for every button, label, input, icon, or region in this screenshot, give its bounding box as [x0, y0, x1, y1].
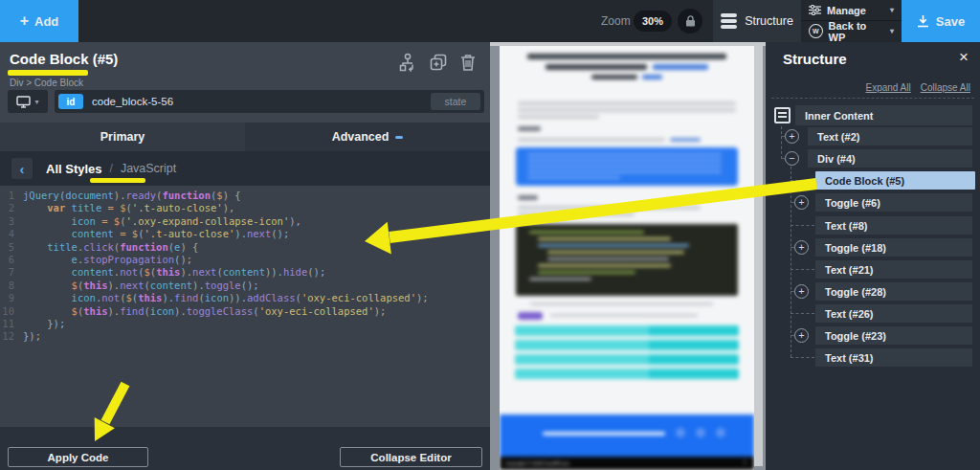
manage-label: Manage [827, 5, 866, 16]
preview-paragraph-line [518, 213, 635, 216]
preview-paragraph-line [518, 101, 737, 105]
back-button[interactable]: ‹ [11, 158, 33, 179]
code-line[interactable]: 9 icon.not($(this).find(icon)).addClass(… [0, 292, 490, 304]
tab-primary[interactable]: Primary [0, 123, 245, 151]
breadcrumb[interactable]: Div > Code Block [10, 78, 83, 88]
chevron-down-icon: ▾ [34, 98, 38, 106]
chevron-down-icon: ▾ [890, 6, 894, 14]
lock-icon [685, 15, 696, 27]
tree-guide [791, 225, 814, 226]
code-text: }); [23, 318, 65, 330]
zoom-value[interactable]: 30% [634, 11, 672, 32]
expand-icon[interactable]: + [794, 284, 809, 299]
manage-icon [809, 5, 821, 15]
trash-icon[interactable] [459, 53, 477, 72]
collapse-editor-button[interactable]: Collapse Editor [340, 447, 482, 467]
preview-scrollbar-vertical[interactable] [754, 46, 763, 466]
plus-icon: + [20, 13, 29, 29]
monitor-icon [16, 96, 31, 108]
chevron-down-icon: ▾ [890, 27, 894, 35]
back-to-wp-button[interactable]: W Back to WP ▾ [801, 20, 902, 41]
code-line[interactable]: 2 var title = $('.t-auto-close'), [0, 202, 490, 214]
preview-note-badge [518, 312, 544, 320]
add-button[interactable]: + Add [0, 0, 78, 42]
wordpress-icon: W [809, 24, 823, 38]
code-line[interactable]: 11 }); [0, 318, 490, 330]
element-title: Code Block (#5) [10, 51, 118, 67]
inner-content-icon [774, 107, 791, 123]
structure-item-text-21[interactable]: Text (#21) [815, 260, 972, 279]
preview-copyright-text: Copyright © 2018 OxyWP.com [505, 460, 570, 466]
code-line[interactable]: 7 content.not($(this).next(content)).hid… [0, 266, 490, 279]
element-editor-panel: Code Block (#5) Div > Code Block [0, 42, 490, 470]
state-button[interactable]: state [431, 93, 480, 110]
code-line[interactable]: 5 title.click(function(e) { [0, 241, 490, 254]
save-button-label: Save [936, 14, 965, 29]
manage-button[interactable]: Manage ▾ [801, 0, 902, 20]
code-text: $(this).next(content).toggle(); [23, 280, 259, 292]
code-line[interactable]: 4 content = $('.t-auto-close').next(); [0, 228, 490, 240]
code-line[interactable]: 1jQuery(document).ready(function($) { [0, 190, 490, 202]
nesting-icon[interactable] [398, 53, 417, 72]
scroll-to-top-icon[interactable]: ↑ [743, 459, 746, 467]
id-value[interactable]: code_block-5-56 [92, 96, 431, 107]
lock-button[interactable] [678, 9, 702, 34]
page-preview[interactable]: Copyright © 2018 OxyWP.com ↑ [490, 42, 766, 470]
code-line[interactable]: 12}); [0, 330, 490, 343]
expand-icon[interactable]: + [794, 195, 809, 210]
code-line[interactable]: 6 e.stopPropagation(); [0, 254, 490, 266]
structure-toolbar-button[interactable]: Structure [713, 0, 801, 42]
structure-item-div-4[interactable]: Div (#4) [808, 149, 972, 168]
code-line[interactable]: 8 $(this).next(content).toggle(); [0, 280, 490, 292]
structure-item-text-26[interactable]: Text (#26) [815, 304, 972, 323]
code-editor[interactable]: 1jQuery(document).ready(function($) {2 v… [0, 186, 490, 427]
preview-notice-box [516, 147, 737, 186]
tab-advanced-label: Advanced [332, 130, 390, 144]
code-editor-footer: Apply Code Collapse Editor [0, 427, 490, 470]
line-number: 1 [0, 190, 14, 202]
duplicate-icon[interactable] [429, 53, 448, 72]
code-line[interactable]: 3 icon = $('.oxy-expand-collapse-icon'), [0, 215, 490, 228]
tab-advanced[interactable]: Advanced [245, 123, 490, 151]
structure-item-code-block-5[interactable]: Code Block (#5) [815, 171, 975, 190]
structure-item-label: Text (#8) [815, 220, 867, 232]
structure-item-text-8[interactable]: Text (#8) [815, 216, 972, 235]
structure-item-toggle-28[interactable]: Toggle (#28) [815, 282, 972, 301]
preview-blurred-content: Copyright © 2018 OxyWP.com ↑ [500, 46, 754, 470]
element-id-field[interactable]: id code_block-5-56 state [55, 90, 484, 113]
structure-item-text-2[interactable]: Text (#2) [808, 127, 972, 145]
structure-item-label: Div (#4) [808, 153, 856, 165]
apply-code-button[interactable]: Apply Code [8, 447, 148, 467]
javascript-section-label[interactable]: JavaScript [121, 162, 176, 175]
line-number: 4 [0, 228, 14, 240]
code-text: icon.not($(this).find(icon)).addClass('o… [23, 292, 429, 304]
device-selector[interactable]: ▾ [8, 90, 48, 113]
preview-paragraph-line [518, 206, 702, 210]
structure-tree: Inner Content+Text (#2)−Div (#4)Code Blo… [766, 42, 980, 470]
structure-item-inner-content[interactable]: Inner Content [795, 105, 972, 125]
expand-icon[interactable]: + [785, 129, 799, 144]
structure-item-toggle-18[interactable]: Toggle (#18) [815, 238, 972, 257]
structure-item-text-31[interactable]: Text (#31) [815, 348, 972, 367]
expand-icon[interactable]: + [794, 328, 809, 343]
breadcrumb-separator: / [110, 162, 113, 175]
all-styles-link[interactable]: All Styles [46, 162, 102, 176]
preview-paragraph-line [518, 115, 599, 119]
code-text: icon = $('.oxy-expand-collapse-icon'), [23, 215, 301, 228]
tree-guide [791, 269, 814, 270]
editor-tabs: Primary Advanced [0, 123, 490, 151]
expand-icon[interactable]: + [794, 240, 809, 255]
code-text: }); [23, 330, 41, 343]
code-line[interactable]: 10 $(this).find(icon).toggleClass('oxy-e… [0, 305, 490, 318]
line-number: 9 [0, 292, 14, 304]
preview-title-line [527, 54, 725, 59]
structure-item-toggle-23[interactable]: Toggle (#23) [815, 326, 972, 345]
line-number: 3 [0, 215, 14, 228]
line-number: 11 [0, 318, 14, 330]
structure-item-label: Text (#26) [815, 308, 874, 320]
structure-item-toggle-6[interactable]: Toggle (#6) [815, 193, 972, 212]
line-number: 5 [0, 241, 14, 254]
collapse-icon[interactable]: − [785, 151, 799, 166]
preview-title-link [653, 64, 709, 70]
save-button[interactable]: Save [902, 0, 980, 42]
